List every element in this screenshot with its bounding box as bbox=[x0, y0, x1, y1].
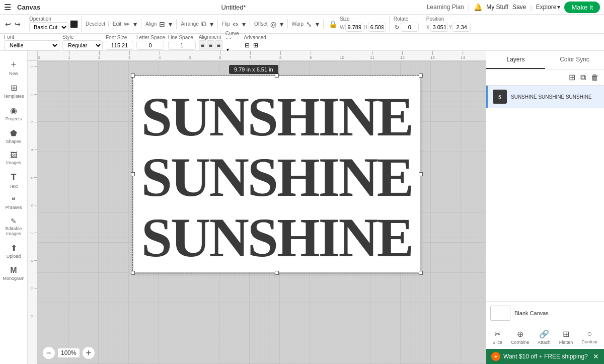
flatten-icon: ⊞ bbox=[563, 329, 569, 339]
document-title: Untitled* bbox=[44, 4, 422, 11]
warp-icon[interactable]: ⤡ bbox=[305, 19, 313, 29]
zoom-out-button[interactable]: − bbox=[43, 347, 55, 359]
sidebar-item-text[interactable]: T Text bbox=[2, 169, 26, 192]
promo-close-button[interactable]: ✕ bbox=[593, 352, 599, 360]
color-swatch[interactable] bbox=[70, 20, 78, 28]
sidebar-item-monogram[interactable]: M Monogram bbox=[2, 263, 26, 284]
style-select[interactable]: Regular bbox=[62, 40, 103, 50]
align-left-button[interactable]: ≡ bbox=[199, 40, 206, 50]
contour-label: Contour bbox=[581, 339, 597, 344]
align-label: Align bbox=[145, 21, 157, 27]
flatten-button[interactable]: ⊞ Flatten bbox=[559, 329, 573, 345]
flip-arrow[interactable]: ▾ bbox=[241, 19, 247, 29]
position-label: Position bbox=[426, 16, 471, 22]
x-position-input[interactable] bbox=[430, 23, 448, 32]
lock-icon[interactable]: 🔒 bbox=[328, 19, 338, 29]
y-position-input[interactable] bbox=[452, 23, 471, 32]
upload-icon: ⬆ bbox=[11, 243, 17, 253]
separator-1: | bbox=[468, 4, 470, 11]
operation-group: Operation Basic Cut bbox=[29, 16, 82, 32]
edit-icon[interactable]: ✏ bbox=[123, 19, 131, 29]
letter-space-input[interactable] bbox=[136, 41, 164, 50]
edit-arrow-icon[interactable]: ▾ bbox=[132, 19, 138, 29]
letter-space-group: Letter Space bbox=[136, 35, 165, 50]
curve-icon[interactable]: ⌒ bbox=[225, 37, 239, 45]
font-group: Font Nellie bbox=[4, 34, 59, 50]
align-center-button[interactable]: ≡ bbox=[207, 40, 214, 50]
warp-label: Warp bbox=[292, 21, 304, 27]
templates-icon: ⊞ bbox=[11, 83, 17, 93]
text-icon: T bbox=[11, 172, 17, 183]
operation-select[interactable]: Basic Cut bbox=[29, 22, 68, 32]
sidebar-item-shapes[interactable]: ⬟ Shapes bbox=[2, 125, 26, 147]
sidebar-item-projects[interactable]: ◉ Projects bbox=[2, 103, 26, 124]
notifications-icon[interactable]: 🔔 bbox=[474, 3, 482, 11]
promo-bar: ✦ Want $10 off + FREE shipping? ✕ bbox=[486, 349, 604, 364]
zoom-in-button[interactable]: + bbox=[83, 347, 95, 359]
sidebar-item-upload[interactable]: ⬆ Upload bbox=[2, 240, 26, 262]
align-arrow[interactable]: ▾ bbox=[168, 19, 173, 29]
advanced-icon-1[interactable]: ⊟ bbox=[244, 41, 251, 50]
sidebar-item-editable-images[interactable]: ✎ EditableImages bbox=[2, 214, 26, 239]
arrange-arrow[interactable]: ▾ bbox=[209, 19, 214, 29]
edit-label[interactable]: Edit bbox=[113, 21, 121, 27]
layer-item[interactable]: S SUNSHINE SUNSHINE SUNSHINE bbox=[486, 86, 604, 108]
offset-arrow[interactable]: ▾ bbox=[279, 19, 284, 29]
combine-button[interactable]: ⊕ Combine bbox=[511, 329, 529, 345]
tab-layers[interactable]: Layers bbox=[486, 51, 545, 69]
canvas-viewport[interactable]: SUNSHINE SUNSHINE SUNSHINE bbox=[38, 61, 486, 364]
align-right-button[interactable]: ≡ bbox=[215, 40, 222, 50]
zoom-level: 100% bbox=[58, 348, 80, 357]
make-it-button[interactable]: Make It bbox=[564, 2, 600, 13]
align-icon[interactable]: ⊟ bbox=[158, 19, 166, 29]
font-size-input[interactable] bbox=[106, 41, 133, 50]
offset-icon[interactable]: ◎ bbox=[269, 19, 277, 29]
curve-group: Curve ⌒ ▾ bbox=[225, 31, 239, 53]
save-button[interactable]: Save bbox=[512, 4, 526, 11]
arrange-icon[interactable]: ⧉ bbox=[200, 19, 207, 29]
sidebar-item-new[interactable]: ＋ New bbox=[2, 55, 26, 79]
explore-button[interactable]: Explore ▾ bbox=[536, 4, 561, 11]
rotate-icon[interactable]: ↻ bbox=[394, 23, 400, 32]
contour-button[interactable]: ○ Contour bbox=[581, 329, 597, 345]
duplicate-icon[interactable]: ⊞ bbox=[569, 72, 575, 82]
flip-icon[interactable]: ⇔ bbox=[232, 19, 240, 29]
height-input[interactable] bbox=[368, 23, 386, 32]
sidebar-item-templates[interactable]: ⊞ Templates bbox=[2, 80, 26, 102]
blank-canvas-row[interactable]: Blank Canvas bbox=[490, 306, 600, 321]
design-canvas[interactable]: SUNSHINE SUNSHINE SUNSHINE bbox=[133, 76, 420, 272]
rotate-input[interactable] bbox=[401, 23, 419, 32]
slice-label: Slice bbox=[493, 340, 503, 345]
warp-group: Warp ⤡ ▾ bbox=[292, 19, 324, 29]
slice-button[interactable]: ✂ Slice bbox=[493, 329, 503, 345]
attach-label: Attach bbox=[538, 340, 551, 345]
advanced-icon-2[interactable]: ⊞ bbox=[252, 41, 259, 50]
position-group: Position X Y bbox=[426, 16, 474, 32]
new-icon: ＋ bbox=[9, 58, 18, 70]
undo-icon[interactable]: ↩ bbox=[4, 19, 12, 29]
alignment-label: Alignment bbox=[199, 34, 222, 40]
ruler-horizontal: 0123456789101112131415 bbox=[38, 51, 486, 61]
tab-color-sync[interactable]: Color Sync bbox=[545, 51, 604, 69]
right-panel: Layers Color Sync ⊞ ⧉ 🗑 S SUNSHINE SUNSH… bbox=[486, 51, 604, 364]
promo-icon: ✦ bbox=[491, 352, 500, 361]
sidebar-item-images[interactable]: 🖼 Images bbox=[2, 148, 26, 168]
redo-icon[interactable]: ↪ bbox=[14, 19, 22, 29]
delete-icon[interactable]: 🗑 bbox=[591, 73, 599, 82]
sidebar-item-phrases[interactable]: ❝ Phrases bbox=[2, 193, 26, 213]
size-group: 🔒 Size W H bbox=[328, 16, 390, 32]
width-input[interactable] bbox=[345, 23, 363, 32]
hamburger-menu-icon[interactable]: ☰ bbox=[4, 3, 11, 12]
font-select[interactable]: Nellie bbox=[4, 40, 59, 50]
line-space-input[interactable] bbox=[168, 41, 196, 50]
group-icon[interactable]: ⧉ bbox=[580, 73, 586, 82]
flip-group: Flip ⇔ ▾ bbox=[222, 19, 250, 29]
monogram-icon: M bbox=[10, 266, 17, 275]
deselect-label[interactable]: Deselect bbox=[86, 21, 105, 27]
attach-button[interactable]: 🔗 Attach bbox=[538, 329, 551, 345]
warp-arrow[interactable]: ▾ bbox=[315, 19, 320, 29]
my-stuff-button[interactable]: My Stuff bbox=[486, 4, 508, 11]
panel-tabs: Layers Color Sync bbox=[486, 51, 604, 69]
blank-canvas-label: Blank Canvas bbox=[514, 310, 549, 316]
ruler-corner bbox=[28, 51, 38, 61]
